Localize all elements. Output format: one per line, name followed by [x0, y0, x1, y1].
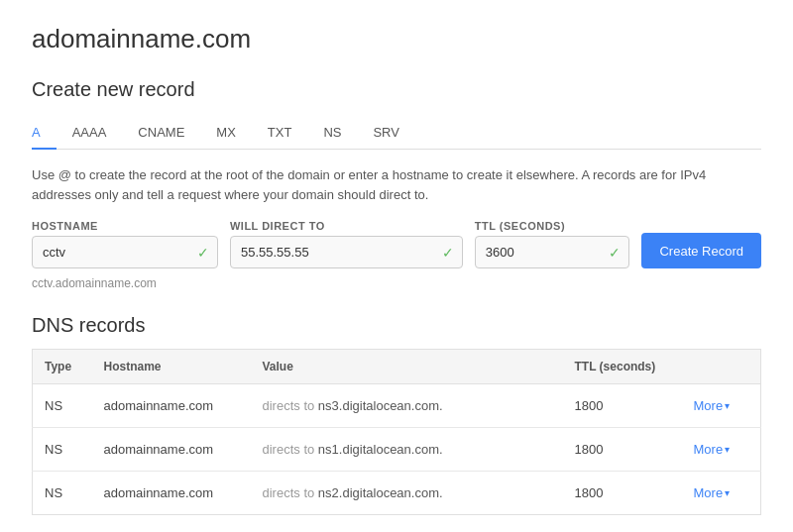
will-direct-check-icon: ✓ [442, 245, 454, 261]
tab-aaaa[interactable]: AAAA [57, 117, 123, 150]
ttl-input[interactable] [476, 237, 629, 267]
cell-value: directs to ns3.digitalocean.com. [251, 384, 563, 428]
create-record-button[interactable]: Create Record [641, 233, 761, 268]
will-direct-label: WILL DIRECT TO [230, 220, 463, 232]
create-record-title: Create new record [32, 78, 761, 101]
cell-type: NS [33, 428, 92, 472]
hostname-input-wrapper: ✓ [32, 236, 218, 268]
tab-mx[interactable]: MX [200, 117, 252, 150]
col-header-value: Value [251, 350, 563, 384]
tab-ns[interactable]: NS [307, 117, 357, 150]
domain-title: adomainname.com [32, 24, 761, 54]
ttl-label: TTL (SECONDS) [475, 220, 630, 232]
col-header-type: Type [33, 350, 92, 384]
cell-hostname: adomainname.com [92, 428, 251, 472]
col-header-action [682, 350, 761, 384]
hostname-field-group: HOSTNAME ✓ [32, 220, 218, 268]
col-header-hostname: Hostname [92, 350, 251, 384]
tab-txt[interactable]: TXT [252, 117, 308, 150]
value-prefix: directs to [263, 485, 318, 500]
more-button[interactable]: More ▾ [694, 442, 731, 457]
tab-a[interactable]: A [32, 117, 57, 150]
hostname-label: HOSTNAME [32, 220, 218, 232]
value-ns: ns1.digitalocean.com. [318, 442, 443, 457]
ttl-check-icon: ✓ [609, 245, 621, 261]
hostname-check-icon: ✓ [197, 245, 209, 261]
create-record-form: HOSTNAME ✓ WILL DIRECT TO ✓ TTL (SECONDS… [32, 220, 761, 268]
cell-ttl: 1800 [563, 428, 682, 472]
cell-ttl: 1800 [563, 384, 682, 428]
ttl-input-wrapper: ✓ [475, 236, 630, 268]
more-label: More [694, 485, 724, 500]
cell-action: More ▾ [682, 472, 761, 515]
will-direct-field-group: WILL DIRECT TO ✓ [230, 220, 463, 268]
tab-srv[interactable]: SRV [357, 117, 415, 150]
chevron-down-icon: ▾ [725, 400, 730, 411]
subdomain-preview: cctv.adomainname.com [32, 276, 761, 290]
ttl-field-group: TTL (SECONDS) ✓ [475, 220, 630, 268]
will-direct-input-wrapper: ✓ [230, 236, 463, 268]
cell-action: More ▾ [682, 384, 761, 428]
more-label: More [694, 398, 724, 413]
cell-type: NS [33, 384, 92, 428]
chevron-down-icon: ▾ [725, 487, 730, 498]
cell-ttl: 1800 [563, 472, 682, 515]
table-row: NS adomainname.com directs to ns2.digita… [33, 472, 761, 515]
will-direct-input[interactable] [231, 237, 462, 267]
more-button[interactable]: More ▾ [694, 398, 731, 413]
dns-records-table: Type Hostname Value TTL (seconds) NS ado… [32, 349, 761, 515]
value-prefix: directs to [263, 442, 318, 457]
table-row: NS adomainname.com directs to ns1.digita… [33, 428, 761, 472]
table-row: NS adomainname.com directs to ns3.digita… [33, 384, 761, 428]
cell-value: directs to ns2.digitalocean.com. [251, 472, 563, 515]
col-header-ttl: TTL (seconds) [563, 350, 682, 384]
cell-value: directs to ns1.digitalocean.com. [251, 428, 563, 472]
cell-hostname: adomainname.com [92, 472, 251, 515]
more-label: More [694, 442, 724, 457]
record-type-tabs: A AAAA CNAME MX TXT NS SRV [32, 117, 761, 150]
more-button[interactable]: More ▾ [694, 485, 731, 500]
value-prefix: directs to [263, 398, 318, 413]
value-ns: ns3.digitalocean.com. [318, 398, 443, 413]
record-description: Use @ to create the record at the root o… [32, 165, 761, 204]
chevron-down-icon: ▾ [725, 444, 730, 455]
value-ns: ns2.digitalocean.com. [318, 485, 443, 500]
table-header-row: Type Hostname Value TTL (seconds) [33, 350, 761, 384]
cell-action: More ▾ [682, 428, 761, 472]
cell-type: NS [33, 472, 92, 515]
hostname-input[interactable] [33, 237, 217, 267]
dns-records-title: DNS records [32, 314, 761, 337]
tab-cname[interactable]: CNAME [122, 117, 200, 150]
cell-hostname: adomainname.com [92, 384, 251, 428]
